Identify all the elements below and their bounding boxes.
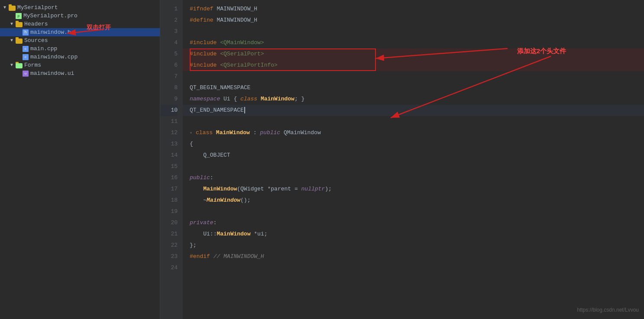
line-num-20: 20 — [160, 217, 178, 229]
tree-label-mainwindow-h: mainwindow.h — [30, 29, 71, 35]
line-num-16: 16 — [160, 172, 178, 184]
tree-item-headers[interactable]: ▼ Headers — [0, 20, 160, 28]
code-content[interactable]: #ifndef MAINWINDOW_H #define MAINWINDOW_… — [183, 0, 644, 319]
tree-item-forms[interactable]: ▼ Forms — [0, 61, 160, 69]
annotation-add-files: 添加这2个头文件 — [517, 45, 566, 57]
annotation-open: 双击打开 — [87, 24, 111, 32]
file-cpp-icon-mainwindow: c — [23, 54, 29, 60]
tree-item-root[interactable]: ▼ MySerialport — [0, 3, 160, 12]
tree-item-mainwindow-cpp[interactable]: c mainwindow.cpp — [0, 53, 160, 61]
line-num-18: 18 — [160, 195, 178, 206]
line-num-11: 11 — [160, 116, 178, 127]
tree-label-sources: Sources — [24, 37, 48, 44]
line-num-7: 7 — [160, 71, 178, 82]
folder-icon-forms — [16, 63, 23, 68]
tree-label-mainwindow-cpp: mainwindow.cpp — [30, 54, 78, 60]
line-num-4: 4 — [160, 37, 178, 48]
code-line-14: Q_OBJECT — [183, 150, 644, 161]
folder-icon-root — [9, 6, 16, 11]
line-num-19: 19 — [160, 206, 178, 217]
line-num-24: 24 — [160, 262, 178, 274]
line-num-17: 17 — [160, 184, 178, 195]
code-line-15 — [183, 161, 644, 172]
line-num-1: 1 — [160, 3, 178, 15]
line-num-6: 6 — [160, 60, 178, 71]
line-num-8: 8 — [160, 82, 178, 93]
folder-icon-sources — [16, 39, 23, 44]
code-line-12: ▾class MainWindow : public QMainWindow — [183, 127, 644, 139]
expand-arrow-headers: ▼ — [9, 21, 15, 27]
code-line-20: private: — [183, 217, 644, 229]
code-line-18: ~MainWindow(); — [183, 195, 644, 206]
watermark: https://blog.csdn.net/Lvvou — [577, 304, 639, 316]
spacer-pro — [9, 13, 15, 19]
expand-arrow-forms: ▼ — [9, 62, 15, 68]
spacer-mwui — [16, 71, 22, 77]
code-line-9: namespace Ui { class MainWindow; } — [183, 93, 644, 105]
code-line-3 — [183, 26, 644, 37]
sidebar: ▼ MySerialport p MySerialport.pro ▼ Head… — [0, 0, 160, 319]
line-num-10: 10 — [160, 105, 178, 116]
line-num-23: 23 — [160, 251, 178, 262]
tree-item-mainwindow-h[interactable]: h mainwindow.h — [0, 28, 160, 36]
tree-item-sources[interactable]: ▼ Sources — [0, 36, 160, 45]
tree-label-pro: MySerialport.pro — [23, 13, 78, 19]
line-num-22: 22 — [160, 240, 178, 251]
line-num-21: 21 — [160, 229, 178, 240]
tree-item-pro[interactable]: p MySerialport.pro — [0, 12, 160, 20]
tree-item-main-cpp[interactable]: c main.cpp — [0, 45, 160, 53]
code-line-22: }; — [183, 240, 644, 251]
expand-arrow-root: ▼ — [2, 5, 8, 11]
code-line-13: { — [183, 139, 644, 150]
line-num-12: 12 — [160, 127, 178, 139]
code-line-5: #include <QSerialPort> — [183, 48, 644, 60]
spacer-mwh — [16, 29, 22, 35]
file-cpp-icon-main: c — [23, 46, 29, 52]
line-num-2: 2 — [160, 15, 178, 26]
fold-icon-12: ▾ — [190, 128, 196, 139]
editor: 1 2 3 4 5 6 7 8 9 10 11 12 13 14 15 16 1… — [160, 0, 644, 319]
tree-label-forms: Forms — [24, 62, 41, 68]
tree-item-mainwindow-ui[interactable]: u mainwindow.ui — [0, 69, 160, 77]
code-line-21: Ui::MainWindow *ui; — [183, 229, 644, 240]
code-line-1: #ifndef MAINWINDOW_H — [183, 3, 644, 15]
code-line-24 — [183, 262, 644, 274]
code-line-6: #include <QSerialPortInfo> — [183, 60, 644, 71]
tree-label-main-cpp: main.cpp — [30, 45, 57, 52]
line-num-15: 15 — [160, 161, 178, 172]
code-line-16: public: — [183, 172, 644, 184]
code-line-7 — [183, 71, 644, 82]
file-h-icon: h — [23, 29, 29, 35]
line-num-14: 14 — [160, 150, 178, 161]
line-num-13: 13 — [160, 139, 178, 150]
code-line-19 — [183, 206, 644, 217]
file-ui-icon: u — [23, 71, 29, 77]
code-line-2: #define MAINWINDOW_H — [183, 15, 644, 26]
folder-icon-headers — [16, 22, 23, 27]
file-pro-icon: p — [16, 13, 22, 19]
spacer-mwcpp — [16, 54, 22, 60]
line-numbers: 1 2 3 4 5 6 7 8 9 10 11 12 13 14 15 16 1… — [160, 0, 183, 319]
code-line-4: #include <QMainWindow> — [183, 37, 644, 48]
line-num-5: 5 — [160, 48, 178, 60]
code-line-17: MainWindow(QWidget *parent = nullptr); — [183, 184, 644, 195]
code-line-11 — [183, 116, 644, 127]
code-area: 1 2 3 4 5 6 7 8 9 10 11 12 13 14 15 16 1… — [160, 0, 644, 319]
tree-label-mainwindow-ui: mainwindow.ui — [30, 70, 74, 77]
code-line-8: QT_BEGIN_NAMESPACE — [183, 82, 644, 93]
line-num-3: 3 — [160, 26, 178, 37]
line-num-9: 9 — [160, 93, 178, 105]
tree-label-root: MySerialport — [17, 4, 58, 11]
spacer-maincpp — [16, 46, 22, 52]
code-line-10: QT_END_NAMESPACE — [183, 105, 644, 116]
code-line-23: #endif // MAINWINDOW_H — [183, 251, 644, 262]
expand-arrow-sources: ▼ — [9, 38, 15, 44]
tree-label-headers: Headers — [24, 21, 48, 27]
